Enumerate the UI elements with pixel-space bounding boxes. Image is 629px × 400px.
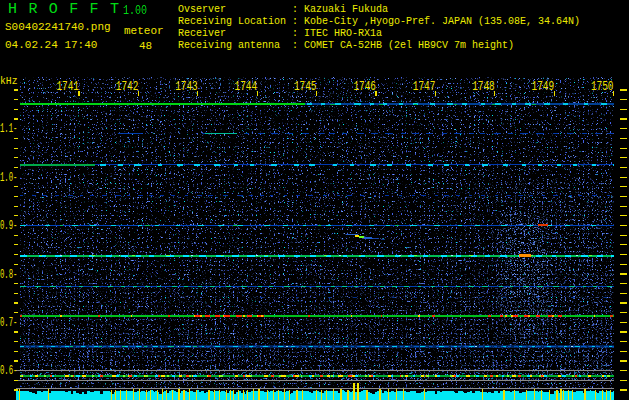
svg-text:0.8-: 0.8- <box>0 268 18 282</box>
svg-text:1748: 1748 <box>472 80 495 94</box>
svg-text:1745: 1745 <box>294 80 317 94</box>
svg-text:1747: 1747 <box>413 80 436 94</box>
svg-text:kHz: kHz <box>0 74 18 87</box>
svg-text:1741: 1741 <box>56 80 79 94</box>
svg-text:1746: 1746 <box>353 80 376 94</box>
svg-text:1.1-: 1.1- <box>0 122 18 136</box>
svg-text:1.0-: 1.0- <box>0 171 18 185</box>
svg-text:1749: 1749 <box>532 80 555 94</box>
svg-text:0.7-: 0.7- <box>0 316 18 330</box>
svg-text:1742: 1742 <box>116 80 139 94</box>
svg-text:0.6-: 0.6- <box>0 364 18 378</box>
svg-text:1750: 1750 <box>591 80 614 94</box>
svg-text:1744: 1744 <box>235 80 258 94</box>
svg-text:0.9-: 0.9- <box>0 219 18 233</box>
svg-text:1743: 1743 <box>175 80 198 94</box>
